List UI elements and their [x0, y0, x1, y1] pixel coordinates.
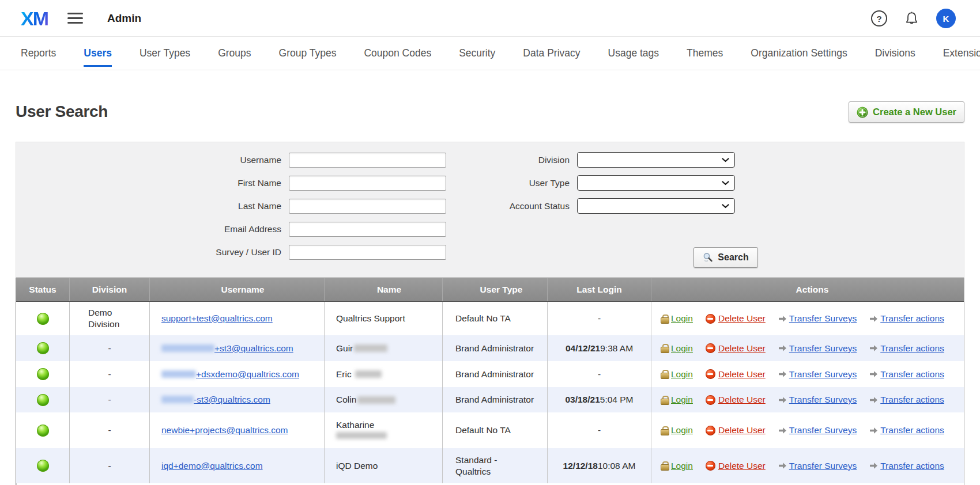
transfer-surveys-link[interactable]: Transfer Surveys [778, 425, 857, 435]
division-select[interactable] [577, 152, 735, 168]
last-login-cell: 12/12/18 10:08 AM [547, 448, 651, 483]
division-cell: - [69, 361, 149, 387]
page-title: User Search [16, 101, 108, 122]
arrow-right-icon [869, 370, 878, 378]
email-address-input[interactable] [289, 222, 446, 237]
name-cell: Qualtrics Support [324, 302, 442, 335]
tab-user-types[interactable]: User Types [140, 37, 190, 70]
transfer-actions-link[interactable]: Transfer actions [869, 369, 944, 380]
table-row: - +dsxdemo@qualtrics.com Eric Brand Admi… [16, 361, 964, 387]
tab-extensions[interactable]: Extensions [943, 37, 980, 70]
tab-coupon-codes[interactable]: Coupon Codes [364, 37, 431, 70]
username-link[interactable]: +st3@qualtrics.com [161, 343, 293, 354]
help-glyph: ? [876, 14, 881, 24]
delete-user-link[interactable]: Delete User [706, 313, 766, 324]
redacted-text [161, 370, 196, 378]
avatar-initial: K [943, 14, 949, 24]
actions-cell: Login Delete User Transfer Surveys Trans… [651, 387, 964, 412]
redacted-text [354, 344, 387, 352]
transfer-surveys-link[interactable]: Transfer Surveys [778, 343, 857, 354]
division-cell: - [69, 387, 149, 412]
tab-group-types[interactable]: Group Types [279, 37, 337, 70]
search-button[interactable]: Search [693, 247, 758, 268]
transfer-surveys-link[interactable]: Transfer Surveys [778, 313, 857, 324]
delete-user-link[interactable]: Delete User [706, 343, 766, 354]
lock-icon [661, 395, 668, 405]
user-type-select[interactable] [577, 175, 735, 191]
username-link[interactable]: support+test@qualtrics.com [161, 313, 273, 324]
column-header-status: Status [16, 278, 69, 301]
last-login-cell: - [547, 361, 651, 387]
avatar[interactable]: K [936, 9, 956, 28]
arrow-right-icon [869, 315, 878, 323]
tab-reports[interactable]: Reports [21, 37, 56, 70]
help-icon[interactable]: ? [871, 10, 887, 26]
division-cell: - [69, 448, 149, 483]
actions-cell: Login Delete User Transfer Surveys Trans… [651, 412, 964, 448]
notifications-bell-icon[interactable] [904, 11, 919, 26]
tab-usage-tags[interactable]: Usage tags [608, 37, 659, 70]
lock-icon [661, 314, 668, 324]
xm-logo[interactable]: XM [21, 9, 48, 28]
last-name-input[interactable] [289, 199, 446, 214]
transfer-surveys-link[interactable]: Transfer Surveys [778, 395, 857, 405]
delete-user-link[interactable]: Delete User [706, 461, 766, 471]
tab-themes[interactable]: Themes [687, 37, 723, 70]
actions-cell: Login Delete User Transfer Surveys Trans… [651, 361, 964, 387]
username-input[interactable] [289, 153, 446, 168]
name-cell: Eric [324, 361, 442, 387]
actions-cell: Login Delete User Transfer Surveys Trans… [651, 448, 964, 483]
account-status-select[interactable] [577, 198, 735, 214]
create-new-user-button[interactable]: Create a New User [849, 101, 964, 123]
tab-groups[interactable]: Groups [218, 37, 251, 70]
table-row: - -st3@qualtrics.com Colin Brand Adminis… [16, 387, 964, 412]
transfer-actions-link[interactable]: Transfer actions [869, 425, 944, 435]
redacted-text [161, 396, 194, 403]
transfer-actions-link[interactable]: Transfer actions [869, 343, 944, 354]
table-row: - +st3@qualtrics.com Guir Brand Administ… [16, 335, 964, 361]
arrow-right-icon [778, 315, 787, 323]
login-link[interactable]: Login [661, 461, 693, 471]
login-link[interactable]: Login [661, 395, 693, 405]
tab-data-privacy[interactable]: Data Privacy [523, 37, 580, 70]
transfer-surveys-link[interactable]: Transfer Surveys [778, 461, 857, 471]
tab-users[interactable]: Users [84, 37, 112, 70]
minus-circle-icon [706, 461, 715, 471]
last-login-cell: 03/18/21 5:04 PM [547, 387, 651, 412]
tab-organization-settings[interactable]: Organization Settings [751, 37, 847, 70]
magnifier-icon [703, 252, 713, 263]
login-link[interactable]: Login [661, 343, 693, 354]
survey-user-id-input[interactable] [289, 245, 446, 260]
arrow-right-icon [869, 427, 878, 434]
delete-user-link[interactable]: Delete User [706, 395, 766, 405]
login-link[interactable]: Login [661, 425, 693, 435]
status-active-icon [37, 394, 49, 406]
delete-user-link[interactable]: Delete User [706, 425, 766, 435]
search-form-select-fields: Division User Type Account Status [472, 152, 735, 221]
login-link[interactable]: Login [661, 369, 693, 380]
name-cell: Colin [324, 387, 442, 412]
user-search-form-panel: Username First Name Last Name Email Addr… [16, 142, 964, 278]
column-header-division: Division [69, 278, 149, 301]
account-status-label: Account Status [472, 201, 577, 211]
create-button-label: Create a New User [873, 107, 956, 118]
transfer-surveys-link[interactable]: Transfer Surveys [778, 369, 857, 380]
username-link[interactable]: +dsxdemo@qualtrics.com [161, 369, 299, 380]
username-link[interactable]: iqd+demo@qualtrics.com [161, 461, 263, 471]
login-link[interactable]: Login [661, 313, 693, 324]
transfer-actions-link[interactable]: Transfer actions [869, 313, 944, 324]
first-name-input[interactable] [289, 176, 446, 191]
column-header-username: Username [149, 278, 324, 301]
hamburger-menu-icon[interactable] [67, 10, 83, 26]
transfer-actions-link[interactable]: Transfer actions [869, 395, 944, 405]
tab-security[interactable]: Security [459, 37, 495, 70]
username-link[interactable]: -st3@qualtrics.com [161, 395, 270, 405]
tab-divisions[interactable]: Divisions [875, 37, 915, 70]
search-button-label: Search [718, 252, 748, 263]
delete-user-link[interactable]: Delete User [706, 369, 766, 380]
division-cell: Demo Division [69, 302, 149, 335]
transfer-actions-link[interactable]: Transfer actions [869, 461, 944, 471]
table-row: Demo Division support+test@qualtrics.com… [16, 302, 964, 335]
user-type-cell: Default No TA [442, 412, 547, 448]
username-link[interactable]: newbie+projects@qualtrics.com [161, 425, 288, 435]
